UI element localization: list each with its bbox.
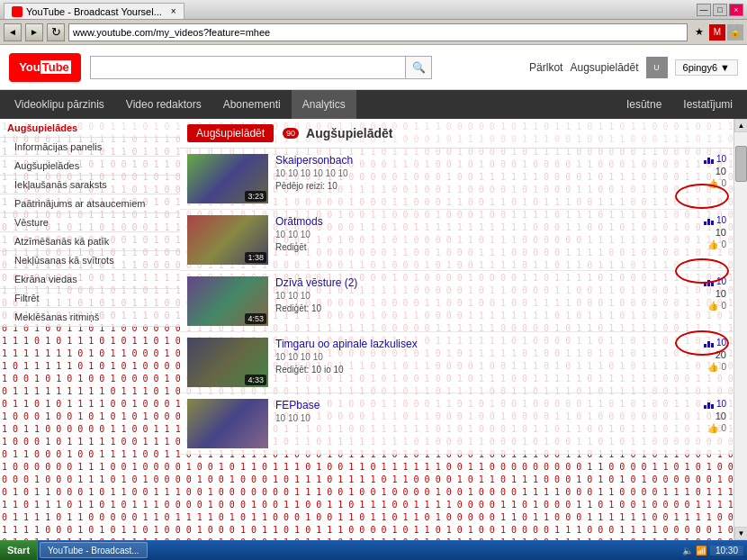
video-thumbnail[interactable]: 4:53 — [187, 276, 268, 326]
analytics-button[interactable]: 10 — [704, 399, 726, 409]
nav-inbox[interactable]: Iesūtne — [616, 98, 672, 111]
table-row: 4:33 Timgaru oo apinale lazkulisex 10 10… — [180, 332, 734, 393]
bar-chart-icon — [704, 400, 715, 409]
video-title[interactable]: Dzīvā vēsture (2) — [275, 276, 647, 289]
thumbs-row: 👍 0 — [707, 362, 726, 372]
analytics-button[interactable]: 10 — [704, 338, 726, 348]
sidebar-item-boost[interactable]: Paātrinājums ar atsaucemiem — [0, 194, 180, 213]
video-title[interactable]: Skaipersonbach — [275, 154, 647, 167]
tab-favicon — [12, 6, 22, 17]
close-button[interactable]: × — [729, 4, 743, 16]
back-button[interactable]: ◄ — [4, 23, 22, 41]
sidebar-item-filter[interactable]: Filtrēt — [0, 289, 180, 308]
upload-button[interactable]: Augšupielādēt — [187, 124, 274, 142]
video-meta: 10 10 10 — [275, 230, 647, 239]
tab-label: YouTube - Broadcast Yoursel... — [26, 6, 162, 17]
sidebar-item-playlist[interactable]: Iekļaušanās saraksts — [0, 176, 180, 194]
browse-link[interactable]: Pärlkot — [529, 61, 562, 74]
sidebar-section-header: Augšupielādes — [0, 119, 180, 138]
sidebar-item-disliked[interactable]: Nekļūsanas kā svītrots — [0, 251, 180, 270]
thumbs-up-icon: 👍 — [707, 301, 718, 311]
video-list: Augšupielādēt 90 Augšupielādēt 3:23 Skai… — [180, 119, 734, 540]
video-thumbnail[interactable]: 1:38 — [187, 215, 268, 265]
sidebar-item-uploads[interactable]: Augšupielādes — [0, 157, 180, 176]
yt-logo[interactable]: YouTube — [9, 53, 81, 82]
start-button[interactable]: Start — [0, 540, 38, 560]
search-button[interactable]: 🔍 — [405, 56, 432, 79]
nav-video-manager[interactable]: Videoklipu pārzinis — [4, 90, 115, 119]
address-bar-icons: ★ M 🔒 — [691, 24, 743, 41]
video-stats: 10 10 👍 0 — [654, 215, 726, 249]
scroll-thumb[interactable] — [735, 146, 747, 182]
thumbs-row: 👍 0 — [707, 423, 726, 433]
address-input[interactable] — [68, 23, 688, 41]
sidebar-item-liked[interactable]: Atzīmēšanās kā patīk — [0, 232, 180, 251]
video-title[interactable]: Timgaru oo apinale lazkulisex — [275, 338, 647, 350]
upload-title: Augšupielādēt — [306, 126, 392, 140]
sidebar-item-dashboard[interactable]: Informācijas panelis — [0, 138, 180, 157]
search-area: 🔍 — [90, 56, 432, 79]
active-tab[interactable]: YouTube - Broadcast Yoursel... × — [4, 3, 184, 19]
nav-subscriptions[interactable]: Abonementi — [212, 90, 292, 119]
taskbar: Start YouTube - Broadcast... 🔈 📶 10:30 — [0, 540, 747, 560]
address-bar: ◄ ► ↻ ★ M 🔒 — [0, 20, 747, 45]
upload-link[interactable]: Augsupielādēt — [570, 61, 638, 74]
nav-settings[interactable]: Iestatījumi — [672, 98, 743, 111]
video-meta: 10 10 10 10 — [275, 352, 647, 362]
minimize-button[interactable]: — — [697, 4, 711, 16]
maximize-button[interactable]: □ — [713, 4, 727, 16]
upload-area: Augšupielādēt 90 Augšupielādēt — [180, 119, 734, 149]
taskbar-right: 🔈 📶 10:30 — [679, 546, 747, 555]
refresh-button[interactable]: ↻ — [47, 23, 65, 41]
nav-video-editor[interactable]: Video redaktors — [115, 90, 212, 119]
tab-close-icon[interactable]: × — [171, 6, 176, 16]
sidebar-item-screen[interactable]: Ekrāna viedas — [0, 270, 180, 289]
views-count: 10 — [716, 227, 726, 238]
security-icon[interactable]: 🔒 — [727, 24, 743, 41]
table-row: 3:23 Skaipersonbach 10 10 10 10 10 10 Pē… — [180, 149, 734, 210]
taskbar-task-youtube[interactable]: YouTube - Broadcast... — [40, 542, 148, 558]
search-input[interactable] — [90, 56, 405, 79]
views-count: 10 — [716, 288, 726, 299]
sidebar-item-history[interactable]: Vēsture — [0, 213, 180, 232]
thumbs-row: 👍 0 — [707, 178, 726, 188]
video-stats: 10 10 👍 0 — [654, 399, 726, 433]
sidebar-item-search[interactable]: Meklēšanas ritmiņš — [0, 308, 180, 327]
thumbs-row: 👍 0 — [707, 301, 726, 311]
video-meta: 10 10 10 10 10 10 — [275, 168, 647, 178]
scroll-down-arrow[interactable]: ▼ — [734, 527, 747, 540]
forward-button[interactable]: ► — [25, 23, 43, 41]
bar-chart-icon — [704, 216, 715, 225]
video-title[interactable]: Orātmods — [275, 215, 647, 228]
views-count: 10 — [716, 411, 726, 421]
video-thumbnail[interactable]: 4:33 — [187, 338, 268, 387]
user-menu-button[interactable]: 6pingy6 ▼ — [675, 59, 738, 76]
table-row: 4:53 Dzīvā vēsture (2) 10 10 10 Rediģēt:… — [180, 271, 734, 332]
views-count: 10 — [716, 166, 726, 176]
thumbs-row: 👍 0 — [707, 239, 726, 249]
content-area: 1 1 1 1 0 0 0 0 0 0 1 1 1 0 1 0 1 0 0 1 … — [0, 119, 747, 540]
video-title[interactable]: FEPbase — [275, 399, 647, 411]
analytics-button[interactable]: 10 — [704, 154, 726, 164]
video-thumbnail[interactable]: 3:23 — [187, 154, 268, 203]
mail-icon[interactable]: M — [709, 24, 725, 41]
notification-badge: 90 — [283, 128, 299, 139]
system-icons: 🔈 📶 — [682, 546, 706, 555]
thumbs-up-icon: 👍 — [707, 239, 718, 249]
scrollbar[interactable]: ▲ ▼ — [734, 119, 747, 540]
analytics-button[interactable]: 10 — [704, 276, 726, 286]
scroll-up-arrow[interactable]: ▲ — [734, 119, 747, 132]
star-icon[interactable]: ★ — [691, 24, 707, 41]
clock: 10:30 — [710, 546, 743, 555]
video-thumbnail[interactable] — [187, 399, 268, 448]
views-count: 20 — [716, 349, 726, 360]
analytics-button[interactable]: 10 — [704, 215, 726, 225]
video-info: Skaipersonbach 10 10 10 10 10 10 Pēdējo … — [268, 154, 654, 192]
nav-right: Iesūtne Iestatījumi — [616, 98, 743, 111]
thumbs-up-icon: 👍 — [707, 362, 718, 372]
nav-analytics[interactable]: Analytics — [292, 90, 356, 119]
video-duration: 1:38 — [245, 252, 266, 263]
video-desc: Rediģēt: 10 io 10 — [275, 364, 647, 375]
video-info: Orātmods 10 10 10 Rediģēt — [268, 215, 654, 253]
video-duration: 4:33 — [245, 375, 266, 385]
